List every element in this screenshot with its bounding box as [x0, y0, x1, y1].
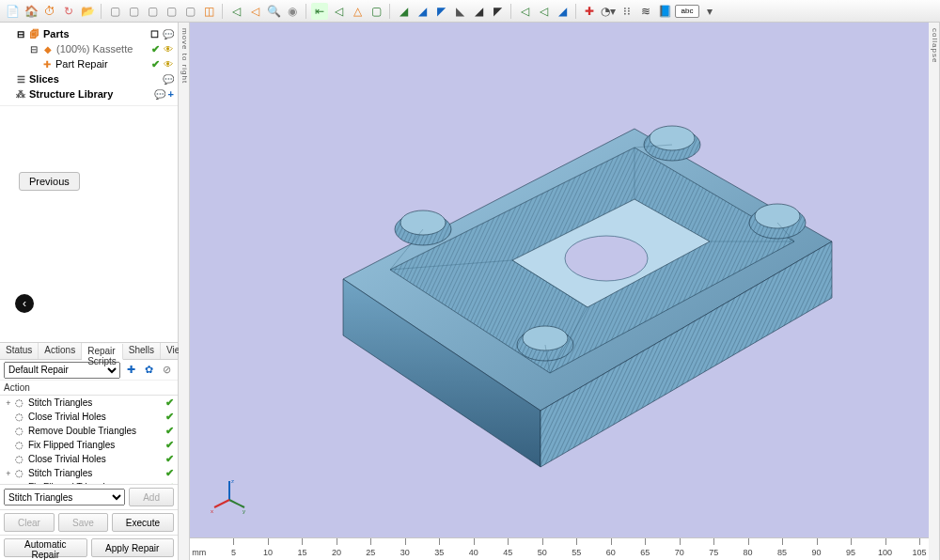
svg-text:x: x [211, 508, 213, 514]
view-icon[interactable]: ◉ [284, 3, 301, 20]
automatic-repair-button[interactable]: Automatic Repair [4, 538, 87, 557]
e3-icon[interactable]: ◢ [554, 3, 571, 20]
abc-button[interactable]: abc [675, 5, 699, 18]
check-icon: ✔ [151, 58, 160, 70]
wave-icon[interactable]: ≋ [637, 3, 654, 20]
check-icon: ✔ [165, 439, 174, 451]
separator [306, 4, 306, 19]
bottom-tabs: StatusActionsRepair ScriptsShellsView [0, 343, 178, 360]
ruler-tick [919, 538, 920, 545]
action-row[interactable]: ◌Close Trivial Holes✔ [0, 410, 178, 424]
align-icon[interactable]: ⇤ [311, 3, 328, 20]
action-row[interactable]: +◌Stitch Triangles✔ [0, 466, 178, 480]
3d-viewport[interactable]: z y x 0 mm 51015202530354045505560657075… [190, 23, 929, 560]
tab-status[interactable]: Status [0, 343, 39, 359]
add-icon[interactable]: + [168, 88, 174, 100]
bullets-icon[interactable]: ⁝⁝ [619, 3, 635, 20]
pyr6-icon[interactable]: ◤ [489, 3, 506, 20]
previous-button[interactable]: Previous [19, 172, 80, 191]
execute-button[interactable]: Execute [112, 513, 174, 532]
tree-part-repair[interactable]: ✚ Part Repair ✔ 👁 [2, 56, 176, 71]
e2-icon[interactable]: ◁ [535, 3, 552, 20]
tab-repair-scripts[interactable]: Repair Scripts [82, 344, 123, 360]
tab-actions[interactable]: Actions [39, 343, 82, 359]
separator [101, 4, 102, 19]
box5-icon[interactable]: ▢ [181, 3, 198, 20]
pyr3-icon[interactable]: ◤ [432, 3, 449, 20]
new-icon[interactable]: 📄 [4, 3, 21, 20]
check-icon: ✔ [165, 425, 174, 437]
box3-icon[interactable]: ▢ [144, 3, 161, 20]
plus-icon[interactable]: ✚ [581, 3, 598, 20]
action-label: Fix Flipped Triangles [28, 440, 164, 450]
action-row[interactable]: +◌Stitch Triangles✔ [0, 396, 178, 410]
book-icon[interactable]: 📘 [656, 3, 673, 20]
pyr2-icon[interactable]: ◢ [414, 3, 431, 20]
add-action-button[interactable]: Add [129, 488, 174, 506]
tab-shells[interactable]: Shells [123, 343, 161, 359]
ruler-tick [337, 538, 337, 545]
sidebar: ⊟ 🗐 Parts ☐ 💬 ⊟ ◆ (100%) Kassette ✔ 👁 ✚ [0, 23, 179, 560]
home-icon[interactable]: 🏠 [23, 3, 39, 20]
action-label: Remove Double Triangles [28, 426, 164, 436]
parts-tree: ⊟ 🗐 Parts ☐ 💬 ⊟ ◆ (100%) Kassette ✔ 👁 ✚ [0, 23, 178, 106]
chat-icon[interactable]: 💬 [163, 73, 174, 85]
open-icon[interactable]: 📂 [79, 3, 96, 20]
action-row[interactable]: ◌Remove Double Triangles✔ [0, 424, 178, 438]
box2-icon[interactable]: ▢ [125, 3, 142, 20]
dropdown-icon[interactable]: ◔▾ [600, 3, 617, 20]
slices-icon: ☰ [15, 73, 26, 85]
undo-icon[interactable]: ⏱ [41, 3, 58, 20]
checkbox-icon[interactable]: ☐ [149, 28, 160, 39]
nav-fwd-icon[interactable]: ◁ [246, 3, 263, 20]
chat-icon[interactable]: 💬 [154, 88, 165, 100]
clear-button[interactable]: Clear [4, 513, 55, 532]
action-icon: ◌ [15, 397, 26, 408]
back-circle-button[interactable]: ‹ [15, 294, 34, 313]
tri-g-icon[interactable]: ◁ [330, 3, 347, 20]
pyr4-icon[interactable]: ◣ [451, 3, 468, 20]
ruler-mark: 25 [366, 548, 375, 557]
zoom-icon[interactable]: 🔍 [265, 3, 282, 20]
save-button[interactable]: Save [58, 513, 108, 532]
ruler-mark: 95 [846, 548, 855, 557]
ruler-tick [713, 538, 714, 545]
box4-icon[interactable]: ▢ [163, 3, 180, 20]
action-row[interactable]: ◌Close Trivial Holes✔ [0, 452, 178, 466]
move-to-right-handle[interactable]: move to right [179, 23, 190, 560]
chevron-down-icon[interactable]: ▾ [701, 3, 718, 20]
sq-g-icon[interactable]: ▢ [368, 3, 384, 20]
eye-icon[interactable]: 👁 [163, 58, 174, 70]
eye-icon[interactable]: 👁 [163, 43, 174, 54]
tri-o-icon[interactable]: △ [349, 3, 366, 20]
cancel-icon[interactable]: ⊘ [159, 363, 174, 378]
tree-kassette[interactable]: ⊟ ◆ (100%) Kassette ✔ 👁 [2, 41, 176, 56]
collapse-handle[interactable]: collapse [929, 23, 940, 560]
add-preset-button[interactable]: ✚ [123, 363, 138, 378]
pyr5-icon[interactable]: ◢ [470, 3, 487, 20]
nav-back-icon[interactable]: ◁ [227, 3, 244, 20]
ruler-tick [268, 538, 269, 545]
action-row[interactable]: ◌Fix Flipped Triangles✔ [0, 438, 178, 452]
svg-line-27 [214, 500, 229, 507]
separator [575, 4, 576, 19]
ruler-mark: 55 [572, 548, 581, 557]
action-icon: ◌ [15, 468, 26, 478]
pyr1-icon[interactable]: ◢ [395, 3, 412, 20]
expander-icon[interactable]: + [4, 469, 13, 478]
box6-icon[interactable]: ◫ [200, 3, 217, 20]
tree-slices[interactable]: ☰ Slices 💬 [2, 71, 176, 86]
chat-icon[interactable]: 💬 [163, 28, 174, 39]
tree-struct-lib[interactable]: ⁂ Structure Library 💬 + [2, 86, 176, 101]
e1-icon[interactable]: ◁ [516, 3, 533, 20]
expander-icon[interactable]: + [4, 398, 13, 408]
ruler-tick [782, 538, 783, 545]
action-type-select[interactable]: Stitch Triangles [4, 489, 125, 506]
gear2-icon[interactable]: ✿ [141, 363, 156, 378]
redo-icon[interactable]: ↻ [60, 3, 77, 20]
ruler-mark: 40 [469, 548, 478, 557]
action-icon: ◌ [15, 426, 26, 436]
box1-icon[interactable]: ▢ [106, 3, 123, 20]
apply-repair-button[interactable]: Apply Repair [91, 538, 175, 557]
tree-parts[interactable]: ⊟ 🗐 Parts ☐ 💬 [2, 26, 176, 41]
